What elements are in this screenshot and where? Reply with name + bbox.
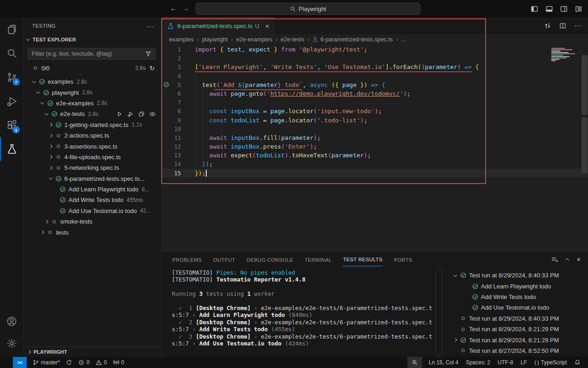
breadcrumb-item[interactable]: playwright <box>202 36 228 43</box>
breadcrumb-item[interactable]: e2e-examples <box>236 36 272 43</box>
code-line-3[interactable]: 3['Learn Playwright', 'Write Tests', 'Us… <box>162 63 588 71</box>
scrollbar-thumb[interactable] <box>582 117 588 173</box>
scrollbar-thumb[interactable] <box>582 55 588 115</box>
test-tree-item[interactable]: tests <box>24 227 161 237</box>
command-center-search[interactable]: Playwright <box>196 3 420 15</box>
test-run-item[interactable]: Test run at 8/27/2024, 8:52:50 PM <box>448 345 588 356</box>
test-run-item[interactable]: Test run at 8/29/2024, 8:40:33 PM <box>448 313 588 324</box>
refresh-tests-icon[interactable]: ↻ <box>149 64 155 72</box>
layout-sidebar-left-icon[interactable] <box>531 5 538 13</box>
section-playwright[interactable]: PLAYWRIGHT <box>24 346 161 357</box>
test-tree-item[interactable]: 3-assertions.spec.ts <box>24 141 161 151</box>
code-line-4[interactable]: 4 <box>162 72 588 80</box>
status-encoding[interactable]: UTF-8 <box>498 359 513 366</box>
panel-tab-output[interactable]: OUTPUT <box>213 253 236 266</box>
panel-tab-problems[interactable]: PROBLEMS <box>172 253 202 266</box>
status-notifications[interactable] <box>574 359 581 366</box>
test-tree-item[interactable]: examples2.8s <box>24 76 161 87</box>
activity-source-control[interactable]: 7 <box>0 65 23 89</box>
filter-input[interactable]: Filter (e.g. text, !exclude, @tag) <box>28 48 156 60</box>
code-line-7[interactable]: 7 <box>162 98 588 107</box>
split-editor-icon[interactable] <box>559 22 566 29</box>
panel-tab-terminal[interactable]: TERMINAL <box>304 253 332 266</box>
activity-settings[interactable] <box>0 332 23 354</box>
code-line-14[interactable]: 14 }); <box>162 160 588 168</box>
test-tree-item[interactable]: 5-networking.spec.ts <box>24 162 161 173</box>
tab-6-parametrized-tests[interactable]: 6-parametrized-tests.spec.ts U × <box>162 17 275 34</box>
code-line-5[interactable]: 5 test(`Add ${parameter} todo`, async ({… <box>162 80 588 89</box>
code-line-6[interactable]: 6 await page.goto('https://demo.playwrig… <box>162 89 588 98</box>
test-run-item[interactable]: Test run at 8/29/2024, 8:40:33 PM <box>448 270 588 281</box>
code-editor[interactable]: 1import { test, expect } from '@playwrig… <box>162 45 588 251</box>
status-warnings[interactable]: 0 <box>96 359 107 366</box>
status-language-mode[interactable]: { }TypeScript <box>534 359 567 366</box>
code-line-12[interactable]: 12 await inputBox.press('Enter'); <box>162 142 588 151</box>
goto-file-icon[interactable] <box>138 111 145 117</box>
activity-accounts[interactable] <box>0 310 23 332</box>
status-ports-forwarded[interactable]: 0 <box>113 359 124 366</box>
minimap[interactable] <box>551 48 580 62</box>
forward-button[interactable]: → <box>182 4 189 12</box>
status-cursor-position[interactable]: Ln 15, Col 4 <box>429 359 458 366</box>
breadcrumb-item[interactable]: ... <box>401 36 406 43</box>
code-line-8[interactable]: 8 const inputBox = page.locator('input.n… <box>162 107 588 115</box>
test-run-item[interactable]: Add Use Testomat.io todo <box>448 302 588 313</box>
test-run-item[interactable]: Test run at 8/29/2024, 8:21:29 PM <box>448 324 588 334</box>
eye-icon[interactable] <box>149 111 156 117</box>
scrollbar-track[interactable] <box>435 268 442 356</box>
close-icon[interactable]: × <box>265 23 269 30</box>
test-results-output[interactable]: [TESTOMATIO] Pipes: No pipes enabled[TES… <box>162 267 448 357</box>
back-button[interactable]: ← <box>170 4 177 12</box>
test-run-item[interactable]: Add Write Tests todo <box>448 292 588 302</box>
breadcrumb-item[interactable]: examples <box>169 36 194 43</box>
breadcrumb-item[interactable]: 6-parametrized-tests.spec.ts <box>312 36 393 43</box>
play-icon[interactable] <box>116 111 123 117</box>
panel-tab-debug-console[interactable]: DEBUG CONSOLE <box>246 253 294 266</box>
test-tree-item[interactable]: 4-file-uploads.spec.ts <box>24 152 161 162</box>
test-tree-item[interactable]: playwright2.8s <box>24 87 161 98</box>
layout-panel-icon[interactable] <box>545 5 553 13</box>
breadcrumb-item[interactable]: e2e-tests <box>281 36 304 43</box>
code-line-10[interactable]: 10 <box>162 125 588 133</box>
remote-indicator[interactable]: >< <box>13 357 27 368</box>
test-tree-item[interactable]: Add Learn Playwright todo8... <box>24 184 161 195</box>
test-tree-item[interactable]: e2e-tests2.8s <box>24 109 161 119</box>
test-tree-item[interactable]: Add Write Tests todo455ms <box>24 195 161 205</box>
activity-extensions[interactable]: 1 <box>0 113 23 137</box>
status-errors[interactable]: 0 <box>78 359 90 366</box>
layout-sidebar-right-icon[interactable] <box>560 5 568 13</box>
test-summary-row[interactable]: 0/0 2.6s ↻ <box>24 63 161 74</box>
clear-output-icon[interactable] <box>551 256 558 263</box>
code-line-9[interactable]: 9 const todoList = page.locator('.todo-l… <box>162 116 588 125</box>
test-tree-item[interactable]: 6-parametrized-tests.spec.ts... <box>24 173 161 184</box>
code-line-2[interactable]: 2 <box>162 54 588 63</box>
close-icon[interactable]: × <box>577 255 581 263</box>
panel-tab-ports[interactable]: PORTS <box>394 253 413 266</box>
activity-testing[interactable] <box>0 137 23 161</box>
activity-run-and-debug[interactable] <box>0 89 23 113</box>
test-tree-item[interactable]: 2-actions.spec.ts <box>24 130 161 141</box>
test-run-item[interactable]: Add Learn Playwright todo <box>448 281 588 291</box>
status-eol[interactable]: LF <box>520 359 527 366</box>
activity-explorer[interactable] <box>0 17 23 41</box>
panel-tab-test-results[interactable]: TEST RESULTS <box>343 252 383 266</box>
code-line-11[interactable]: 11 await inputBox.fill(parameter); <box>162 133 588 142</box>
test-tree-item[interactable]: e2e-examples2.8s <box>24 98 161 109</box>
status-zoom[interactable] <box>407 357 422 368</box>
section-test-explorer[interactable]: TEST EXPLORER <box>24 34 161 45</box>
open-changes-icon[interactable] <box>544 22 551 29</box>
gutter-pass-icon[interactable] <box>163 81 170 88</box>
test-tree-item[interactable]: 1-getting-started.spec.ts1.1s <box>24 120 161 130</box>
test-run-item[interactable] <box>448 356 588 357</box>
status-indentation[interactable]: Spaces: 2 <box>466 359 490 366</box>
code-line-1[interactable]: 1import { test, expect } from '@playwrig… <box>162 45 588 54</box>
test-tree-item[interactable]: smoke-tests <box>24 216 161 227</box>
test-tree-item[interactable]: Add Use Testomat.io todo42... <box>24 206 161 216</box>
layout-customize-icon[interactable] <box>575 5 582 13</box>
code-line-15[interactable]: 15}); <box>162 169 588 178</box>
activity-search[interactable] <box>0 41 23 65</box>
chevron-up-icon[interactable] <box>565 258 569 262</box>
code-line-13[interactable]: 13 await expect(todoList).toHaveText(par… <box>162 151 588 160</box>
debug-run-icon[interactable] <box>127 111 134 117</box>
more-actions-icon[interactable]: ··· <box>574 22 582 30</box>
